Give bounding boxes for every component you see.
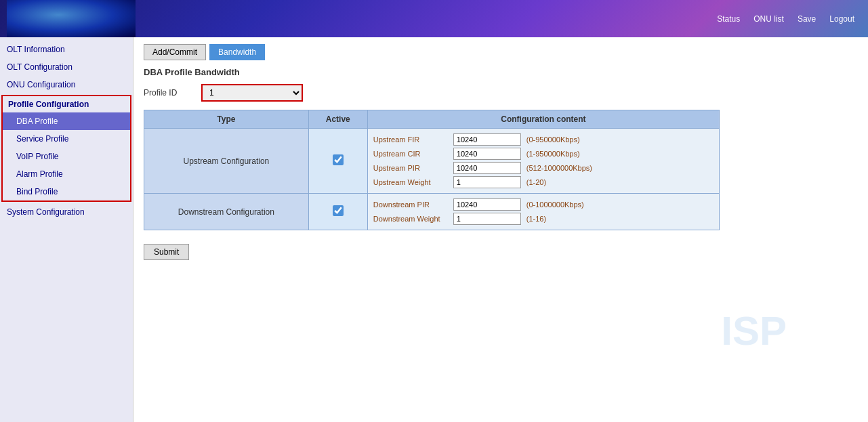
- upstream-weight-row: Upstream Weight (1-20): [373, 176, 714, 188]
- profile-id-select[interactable]: 1 2 3 4 5: [201, 84, 303, 102]
- downstream-pir-range: (0-1000000Kbps): [526, 201, 584, 209]
- sidebar-item-dba-profile[interactable]: DBA Profile: [3, 112, 130, 130]
- col-type: Type: [144, 110, 309, 129]
- upstream-cir-row: Upstream CIR (1-950000Kbps): [373, 148, 714, 160]
- profile-id-label: Profile ID: [144, 88, 191, 98]
- upstream-fir-range: (0-950000Kbps): [526, 135, 580, 144]
- top-header: Status ONU list Save Logout: [0, 0, 868, 37]
- upstream-fir-row: Upstream FIR (0-950000Kbps): [373, 133, 714, 146]
- upstream-weight-label: Upstream Weight: [373, 178, 448, 186]
- upstream-weight-input[interactable]: [453, 176, 521, 188]
- sidebar-item-olt-info[interactable]: OLT Information: [0, 41, 133, 58]
- profile-config-items: DBA Profile Service Profile VoIP Profile…: [3, 112, 130, 201]
- sidebar-item-alarm-profile[interactable]: Alarm Profile: [3, 165, 130, 183]
- upstream-active-checkbox[interactable]: [333, 154, 344, 165]
- downstream-active-cell: [308, 194, 367, 230]
- downstream-pir-row: Downstream PIR (0-1000000Kbps): [373, 198, 714, 211]
- sidebar-item-bind-profile[interactable]: Bind Profile: [3, 183, 130, 201]
- tab-bandwidth[interactable]: Bandwidth: [209, 44, 265, 60]
- nav-save[interactable]: Save: [798, 14, 816, 24]
- downstream-weight-input[interactable]: [453, 213, 521, 225]
- table-row: Upstream Configuration Upstream FIR (0-9…: [144, 129, 720, 194]
- downstream-pir-input[interactable]: [453, 198, 521, 211]
- main-layout: OLT Information OLT Configuration ONU Co…: [0, 37, 868, 422]
- downstream-active-checkbox[interactable]: [333, 205, 344, 216]
- nav-logout[interactable]: Logout: [829, 14, 854, 24]
- profile-config-header[interactable]: Profile Configuration: [3, 96, 130, 112]
- sidebar: OLT Information OLT Configuration ONU Co…: [0, 37, 133, 422]
- upstream-content-cell: Upstream FIR (0-950000Kbps) Upstream CIR…: [367, 129, 719, 194]
- upstream-fir-input[interactable]: [453, 133, 521, 146]
- col-active: Active: [308, 110, 367, 129]
- sidebar-item-olt-config[interactable]: OLT Configuration: [0, 58, 133, 76]
- downstream-type-cell: Downstream Configuration: [144, 194, 309, 230]
- upstream-cir-range: (1-950000Kbps): [526, 150, 580, 158]
- downstream-weight-label: Downstream Weight: [373, 215, 448, 223]
- upstream-fir-label: Upstream FIR: [373, 135, 448, 144]
- downstream-content-cell: Downstream PIR (0-1000000Kbps) Downstrea…: [367, 194, 719, 230]
- globe-logo: [7, 0, 136, 37]
- nav-status[interactable]: Status: [717, 14, 740, 24]
- sidebar-item-system-config[interactable]: System Configuration: [0, 203, 133, 221]
- downstream-weight-row: Downstream Weight (1-16): [373, 213, 714, 225]
- upstream-type-cell: Upstream Configuration: [144, 129, 309, 194]
- watermark: ISP: [721, 308, 787, 354]
- profile-config-group: Profile Configuration DBA Profile Servic…: [1, 95, 131, 202]
- profile-id-row: Profile ID 1 2 3 4 5: [144, 84, 858, 102]
- sidebar-item-service-profile[interactable]: Service Profile: [3, 130, 130, 148]
- upstream-pir-input[interactable]: [453, 162, 521, 174]
- top-nav: Status ONU list Save Logout: [717, 14, 854, 24]
- tab-add-commit[interactable]: Add/Commit: [144, 44, 206, 60]
- upstream-weight-range: (1-20): [526, 178, 546, 186]
- sidebar-item-voip-profile[interactable]: VoIP Profile: [3, 148, 130, 165]
- upstream-active-cell: [308, 129, 367, 194]
- downstream-pir-label: Downstream PIR: [373, 201, 448, 209]
- upstream-cir-input[interactable]: [453, 148, 521, 160]
- config-table: Type Active Configuration content Upstre…: [144, 110, 720, 230]
- main-content: Add/Commit Bandwidth DBA Profile Bandwid…: [133, 37, 868, 422]
- nav-onu-list[interactable]: ONU list: [753, 14, 784, 24]
- page-title: DBA Profile Bandwidth: [144, 67, 858, 77]
- submit-button[interactable]: Submit: [144, 244, 189, 260]
- upstream-pir-range: (512-1000000Kbps): [526, 164, 592, 172]
- table-row: Downstream Configuration Downstream PIR …: [144, 194, 720, 230]
- tabs-bar: Add/Commit Bandwidth: [144, 44, 858, 60]
- downstream-weight-range: (1-16): [526, 215, 546, 223]
- col-content: Configuration content: [367, 110, 719, 129]
- upstream-cir-label: Upstream CIR: [373, 150, 448, 158]
- upstream-pir-label: Upstream PIR: [373, 164, 448, 172]
- upstream-pir-row: Upstream PIR (512-1000000Kbps): [373, 162, 714, 174]
- sidebar-item-onu-config[interactable]: ONU Configuration: [0, 76, 133, 93]
